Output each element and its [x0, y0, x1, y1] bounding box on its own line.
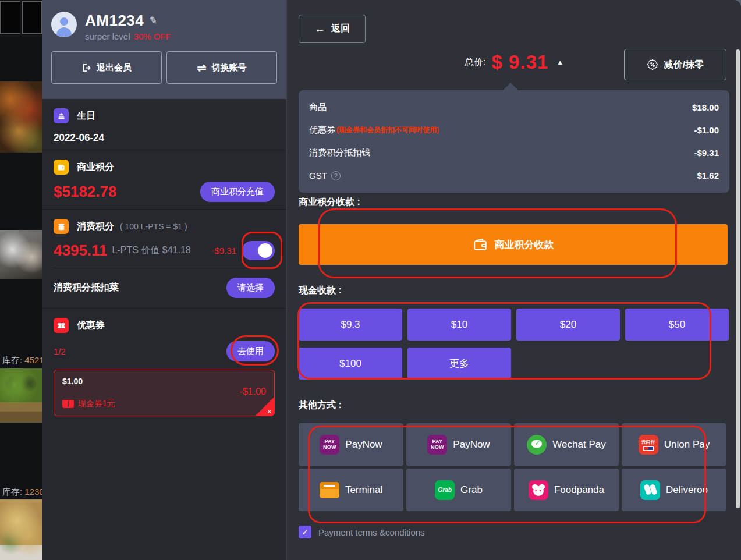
consume-points-value: 4395.11: [54, 242, 108, 260]
method-label: Foodpanda: [554, 484, 604, 496]
deliveroo-icon: [640, 480, 660, 500]
cash-collect-heading: 现金收款 :: [299, 285, 342, 297]
member-panel: AM1234 ✎ surper level30% OFF 退出会员 ⇌ 切换账号: [42, 0, 286, 560]
method-label: Terminal: [345, 484, 382, 496]
recharge-button[interactable]: 商业积分充值: [200, 182, 275, 202]
consume-points-label: 消费积分: [77, 221, 114, 233]
grab-icon: Grab: [435, 480, 455, 500]
gst-help-icon[interactable]: ?: [331, 171, 341, 180]
logout-icon: [81, 63, 91, 73]
coupon-discount: -$1.00: [240, 387, 266, 397]
cash-amount-button[interactable]: $9.3: [299, 309, 402, 341]
ticket-icon: [62, 400, 74, 408]
points-collect-button[interactable]: 商业积分收款: [299, 224, 728, 265]
member-discount: 30% OFF: [134, 31, 171, 41]
member-level: surper level: [85, 31, 130, 41]
wallet-outline-icon: [473, 237, 488, 252]
stock-value: 12307: [24, 487, 42, 497]
stock-count: 库存: 4521: [2, 355, 42, 366]
points-collect-heading: 商业积分收款 :: [299, 196, 360, 208]
select-dish-button[interactable]: 请选择: [226, 278, 275, 298]
paynow-tile[interactable]: PAY NOW PayNow: [406, 423, 511, 466]
points-rate: ( 100 L-PTS = $1 ): [120, 222, 187, 231]
member-name: AM1234: [85, 12, 144, 30]
points-toggle[interactable]: [242, 241, 275, 260]
row-value: $1.62: [697, 171, 719, 180]
total-price[interactable]: 总价: $ 9.31 ▲: [465, 51, 563, 73]
menu-grid-cell: [0, 1, 20, 34]
terminal-tile[interactable]: Terminal: [299, 469, 403, 511]
coupon-section: 优惠券 1/2 去使用 $1.00 -$1.00 现金券1元 ×: [42, 309, 286, 424]
logout-label: 退出会员: [97, 62, 132, 73]
row-value: $18.00: [692, 102, 719, 112]
terms-row: ✓ Payment terms &conditions: [299, 526, 425, 538]
business-points-label: 商业积分: [77, 161, 114, 173]
terminal-icon: [320, 482, 339, 498]
method-label: Deliveroo: [666, 484, 708, 496]
wechat-pay-tile[interactable]: Wechat Pay: [514, 423, 619, 466]
total-value: $ 9.31: [491, 51, 548, 73]
row-label: 优惠券: [309, 125, 335, 136]
cash-amount-button[interactable]: $20: [516, 309, 620, 341]
paynow-tile[interactable]: PAY NOW PayNow: [299, 423, 403, 466]
breakdown-row: 消费积分抵扣钱 -$9.31: [309, 141, 719, 164]
method-label: Grab: [460, 484, 483, 496]
foodpanda-icon: [529, 480, 548, 500]
dimmed-menu-strip: 库存: 4521 库存: 12307: [0, 0, 42, 560]
member-header: AM1234 ✎ surper level30% OFF 退出会员 ⇌ 切换账号: [42, 0, 286, 99]
method-label: PayNow: [453, 439, 490, 451]
payment-method-grid: PAY NOW PayNow PAY NOW PayNow Wechat Pay…: [299, 423, 726, 511]
switch-label: 切换账号: [211, 62, 246, 73]
stock-value: 4521: [24, 355, 42, 365]
edit-name-icon[interactable]: ✎: [148, 14, 159, 27]
breakdown-arrow: [502, 83, 519, 91]
coins-icon: [54, 219, 69, 234]
back-button[interactable]: ← 返回: [299, 15, 366, 43]
cash-more-button[interactable]: 更多: [407, 348, 511, 380]
scrollbar-thumb[interactable]: [736, 49, 740, 508]
remove-coupon-icon[interactable]: ×: [267, 407, 272, 416]
swap-icon: ⇌: [197, 61, 207, 75]
use-coupon-button[interactable]: 去使用: [226, 341, 275, 361]
foodpanda-tile[interactable]: Foodpanda: [514, 469, 619, 511]
row-value: -$9.31: [694, 148, 719, 158]
price-discount-button[interactable]: 减价/抹零: [624, 49, 726, 80]
birthday-section: 生日 2022-06-24: [42, 99, 286, 150]
method-label: Union Pay: [664, 439, 710, 451]
switch-account-button[interactable]: ⇌ 切换账号: [166, 51, 277, 84]
terms-checkbox[interactable]: ✓: [299, 526, 311, 538]
dish-image: [0, 81, 42, 153]
pos-payment-screen: 库存: 4521 库存: 12307 AM1234 ✎ surper level…: [0, 0, 741, 560]
wechat-pay-icon: [527, 435, 547, 455]
discount-label: 减价/抹零: [664, 59, 704, 71]
deliveroo-tile[interactable]: Deliveroo: [622, 469, 726, 511]
stock-label: 库存:: [2, 487, 22, 497]
business-points-value: $5182.78: [54, 183, 116, 201]
stock-label: 库存:: [2, 355, 22, 365]
coupon-name: 现金券1元: [78, 399, 115, 409]
other-methods-heading: 其他方式 :: [299, 399, 342, 412]
coupon-ticket-icon: [54, 318, 69, 333]
stock-count: 库存: 12307: [2, 487, 42, 498]
union-pay-tile[interactable]: 云闪付 Union Pay: [622, 423, 726, 466]
breakdown-row: GST ? $1.62: [309, 164, 719, 187]
coupon-restriction-note: (现金券和会员折扣不可同时使用): [336, 125, 439, 135]
total-label: 总价:: [465, 56, 485, 69]
row-label: 商品: [309, 102, 327, 113]
logout-member-button[interactable]: 退出会员: [51, 51, 162, 84]
back-arrow-icon: ←: [314, 23, 325, 36]
grab-tile[interactable]: Grab Grab: [406, 469, 511, 511]
wallet-icon: [54, 160, 69, 175]
birthday-label: 生日: [77, 110, 95, 122]
business-points-section: 商业积分 $5182.78 商业积分充值: [42, 150, 286, 210]
birthday-cake-icon: [54, 108, 69, 123]
consume-points-section: 消费积分 ( 100 L-PTS = $1 ) 4395.11 L-PTS 价值…: [42, 210, 286, 309]
coupon-card[interactable]: $1.00 -$1.00 现金券1元 ×: [54, 370, 275, 416]
points-desc: L-PTS 价值 $41.18: [112, 244, 191, 257]
points-collect-label: 商业积分收款: [495, 238, 554, 251]
cash-amount-button[interactable]: $10: [407, 309, 511, 341]
cash-amount-button[interactable]: $50: [625, 309, 729, 341]
dish-image: [0, 499, 42, 560]
coupon-label: 优惠券: [77, 320, 105, 332]
cash-amount-button[interactable]: $100: [299, 348, 402, 380]
